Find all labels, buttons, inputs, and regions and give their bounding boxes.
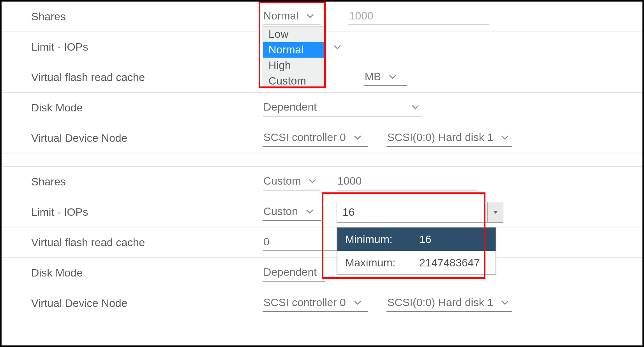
vdn-controller-select[interactable]: SCSI controller 0 <box>263 130 368 147</box>
label-limit-iops-2: Limit - IOPs <box>31 206 263 218</box>
label-vfrc: Virtual flash read cache <box>31 71 263 84</box>
label-vfrc-2: Virtual flash read cache <box>31 236 263 249</box>
limit-value-input[interactable] <box>337 202 487 222</box>
limit-range-panel: Minimum: 16 Maximum: 2147483647 <box>337 227 496 275</box>
chevron-down-icon <box>308 176 317 186</box>
shares-value-input[interactable] <box>348 8 489 25</box>
label-disk-mode: Disk Mode <box>31 102 263 114</box>
shares-dropdown-list: Low Normal High Custom <box>263 26 325 89</box>
limit-value-spinbox <box>337 202 503 223</box>
controls-vdn: SCSI controller 0 SCSI(0:0) Hard disk 1 <box>263 130 642 147</box>
disk-mode-select-2[interactable]: Dependent <box>263 264 325 282</box>
range-min-label: Minimum: <box>345 233 419 246</box>
chevron-down-icon <box>353 133 362 142</box>
label-disk-mode-2: Disk Mode <box>31 267 263 279</box>
vfrc-unit-value: MB <box>365 70 381 83</box>
row-disk-mode: Disk Mode Dependent <box>2 93 642 123</box>
shares-option-normal[interactable]: Normal <box>263 42 325 58</box>
chevron-down-icon <box>411 102 420 112</box>
limit-type-select[interactable]: Custon <box>263 204 321 221</box>
shares-value-input-2[interactable] <box>337 173 478 190</box>
controls-limit-iops-2: Custon Minimum: 16 Maximum: 2147483647 <box>263 202 642 223</box>
controls-shares-2: Custom <box>263 173 642 190</box>
shares-option-low[interactable]: Low <box>263 26 325 42</box>
disk-mode-select[interactable]: Dependent <box>263 99 422 116</box>
row-disk-mode-2: Disk Mode Dependent <box>2 258 642 288</box>
section-divider <box>2 153 642 167</box>
row-vdn: Virtual Device Node SCSI controller 0 SC… <box>2 123 642 153</box>
vdn-controller-value-2: SCSI controller 0 <box>263 296 346 309</box>
controls-shares: Normal Low Normal High Custom <box>263 8 642 25</box>
spinbox-step-button[interactable] <box>487 202 503 222</box>
vdn-controller-value: SCSI controller 0 <box>263 131 346 144</box>
row-limit-iops-2: Limit - IOPs Custon Minimum: 16 Maximum: <box>2 197 642 227</box>
caret-down-icon <box>492 209 499 215</box>
limit-type-value: Custon <box>263 205 298 218</box>
vdn-controller-select-2[interactable]: SCSI controller 0 <box>263 295 368 312</box>
label-shares: Shares <box>31 11 263 23</box>
vfrc-unit-select[interactable]: MB <box>364 69 407 86</box>
disk-mode-value: Dependent <box>263 101 404 113</box>
shares-select-value-2: Custom <box>263 175 301 187</box>
label-limit-iops: Limit - IOPs <box>31 41 263 53</box>
shares-select-value: Normal <box>263 10 298 22</box>
row-shares: Shares Normal Low Normal High Custom <box>2 2 642 32</box>
vdn-disk-value: SCSI(0:0) Hard disk 1 <box>387 131 493 144</box>
vdn-disk-select-2[interactable]: SCSI(0:0) Hard disk 1 <box>386 295 512 312</box>
controls-disk-mode: Dependent <box>263 99 642 116</box>
controls-vdn-2: SCSI controller 0 SCSI(0:0) Hard disk 1 <box>263 295 642 312</box>
label-vdn-2: Virtual Device Node <box>31 297 263 310</box>
label-vdn: Virtual Device Node <box>31 132 263 144</box>
vm-disk-settings-panel: Shares Normal Low Normal High Custom Lim… <box>0 0 644 347</box>
row-shares-2: Shares Custom <box>2 167 642 197</box>
range-max-value: 2147483647 <box>419 257 488 269</box>
disk-mode-value-2: Dependent <box>263 266 317 278</box>
shares-option-custom[interactable]: Custom <box>263 73 325 89</box>
shares-option-high[interactable]: High <box>263 58 325 73</box>
shares-select[interactable]: Normal <box>263 8 321 25</box>
chevron-down-icon <box>500 298 510 307</box>
vdn-disk-value-2: SCSI(0:0) Hard disk 1 <box>387 296 493 309</box>
range-max-label: Maximum: <box>345 257 419 269</box>
shares-select-2[interactable]: Custom <box>263 173 321 190</box>
range-min-row: Minimum: 16 <box>337 228 496 251</box>
chevron-down-icon <box>305 207 314 216</box>
range-max-row: Maximum: 2147483647 <box>337 251 496 275</box>
chevron-down-icon <box>388 72 397 81</box>
chevron-down-icon <box>353 298 362 307</box>
vdn-disk-select[interactable]: SCSI(0:0) Hard disk 1 <box>386 130 512 147</box>
shares-select-wrap: Normal Low Normal High Custom <box>263 8 321 25</box>
row-vdn-2: Virtual Device Node SCSI controller 0 SC… <box>2 288 642 319</box>
chevron-down-icon <box>500 133 510 142</box>
chevron-down-icon <box>333 42 342 52</box>
chevron-down-icon <box>305 11 315 21</box>
range-min-value: 16 <box>419 233 488 246</box>
label-shares-2: Shares <box>31 176 263 188</box>
row-vfrc-2: Virtual flash read cache <box>2 227 642 258</box>
